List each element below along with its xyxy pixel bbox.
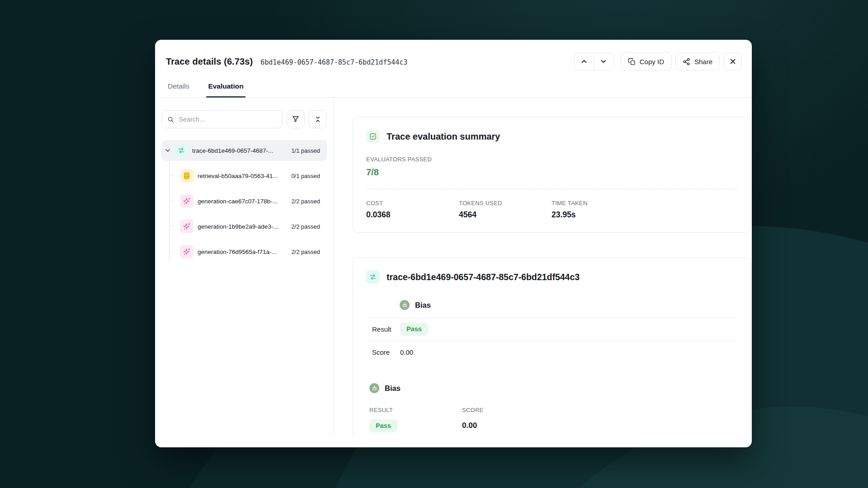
title-group: Trace details (6.73s) 6bd1e469-0657-4687… (166, 56, 407, 67)
tree-row-retrieval[interactable]: retrieval-b50aaa79-0563-41... 0/1 passed (161, 165, 327, 186)
evaluators-passed-value: 7/8 (366, 167, 737, 178)
database-icon (180, 169, 193, 183)
modal-title: Trace details (6.73s) (166, 56, 253, 67)
stat-value: 0.0368 (366, 210, 459, 220)
search-icon (167, 116, 174, 123)
modal-body: trace-6bd1e469-0657-4687-... 1/1 passed … (155, 98, 752, 435)
checkbox-check-icon (366, 130, 380, 143)
search-row (161, 110, 327, 128)
span-eval-values: Pass 0.00 (366, 419, 737, 432)
tree-row-status: 2/2 passed (291, 249, 320, 255)
close-button[interactable] (724, 52, 742, 70)
trace-nav-group (574, 52, 614, 70)
tree-row-label: generation-cae67c07-178b-... (198, 198, 278, 205)
evaluators-passed-label: EVALUATORS PASSED (366, 156, 737, 163)
trace-details-modal: Trace details (6.73s) 6bd1e469-0657-4687… (155, 40, 752, 447)
result-pass-badge: Pass (369, 419, 397, 432)
score-value: 0.00 (400, 348, 413, 356)
sparkles-icon (180, 220, 193, 233)
dashed-divider (366, 189, 737, 189)
chevron-down-icon[interactable] (164, 147, 171, 154)
stat-time: TIME TAKEN 23.95s (552, 200, 737, 220)
next-trace-button[interactable] (594, 53, 613, 70)
search-input-wrapper[interactable] (161, 110, 283, 128)
tree-row-generation-3[interactable]: generation-76d9565a-f71a-... 2/2 passed (161, 241, 327, 262)
score-column-header: SCORE (462, 407, 737, 413)
trace-id-text: 6bd1e469-0657-4687-85c7-6bd21df544c3 (260, 58, 407, 66)
robot-icon (369, 383, 379, 393)
tree-row-label: generation-1b9be2a9-ade3-... (198, 223, 278, 230)
search-input[interactable] (179, 116, 277, 123)
span-eval-column-headers: RESULT SCORE (366, 407, 737, 413)
filter-button[interactable] (287, 110, 305, 128)
observation-tree-panel: trace-6bd1e469-0657-4687-... 1/1 passed … (155, 98, 334, 435)
collapse-icon (314, 116, 321, 123)
tab-bar: Details Evaluation (155, 82, 752, 98)
tree-row-status: 0/1 passed (291, 173, 320, 179)
summary-card-header: Trace evaluation summary (366, 130, 737, 143)
stat-label: TOKENS USED (459, 200, 552, 206)
summary-stats: COST 0.0368 TOKENS USED 4564 TIME TAKEN … (366, 200, 737, 220)
evaluator-name: Bias (415, 301, 431, 310)
summary-card-title: Trace evaluation summary (387, 131, 500, 142)
trace-eval-header: Bias (400, 300, 737, 310)
stat-tokens: TOKENS USED 4564 (459, 200, 552, 220)
chevron-down-icon (599, 57, 608, 66)
modal-header: Trace details (6.73s) 6bd1e469-0657-4687… (155, 40, 752, 70)
tree-row-status: 2/2 passed (291, 198, 320, 205)
observation-tree: trace-6bd1e469-0657-4687-... 1/1 passed … (161, 140, 327, 262)
stat-value: 4564 (459, 210, 552, 220)
result-pass-badge: Pass (400, 323, 428, 336)
chevron-up-icon (580, 57, 588, 66)
sparkles-icon (180, 194, 193, 208)
trace-card-header: trace-6bd1e469-0657-4687-85c7-6bd21df544… (366, 270, 737, 284)
score-label: Score (372, 348, 400, 356)
evaluation-panel: Trace evaluation summary EVALUATORS PASS… (334, 98, 752, 435)
score-value: 0.00 (462, 421, 737, 430)
trace-icon (175, 144, 188, 157)
result-column-header: RESULT (369, 407, 462, 413)
sparkles-icon (180, 245, 193, 258)
copy-icon (628, 58, 636, 66)
trace-evaluation-summary-card: Trace evaluation summary EVALUATORS PASS… (352, 117, 751, 233)
header-actions: Copy ID Share (574, 52, 742, 70)
previous-trace-button[interactable] (575, 53, 594, 70)
span-eval-header: Bias (366, 383, 737, 393)
close-icon (729, 57, 737, 66)
copy-id-label: Copy ID (640, 58, 664, 66)
filter-icon (292, 115, 300, 123)
tab-evaluation[interactable]: Evaluation (206, 82, 245, 97)
tree-row-trace[interactable]: trace-6bd1e469-0657-4687-... 1/1 passed (161, 140, 327, 161)
robot-icon (400, 300, 410, 310)
stat-cost: COST 0.0368 (366, 200, 459, 220)
collapse-all-button[interactable] (309, 110, 327, 128)
copy-id-button[interactable]: Copy ID (621, 52, 671, 70)
tree-row-label: retrieval-b50aaa79-0563-41... (198, 173, 278, 179)
share-icon (683, 58, 690, 66)
result-label: Result (372, 325, 400, 333)
evaluator-name: Bias (385, 384, 401, 393)
tab-details[interactable]: Details (166, 82, 191, 97)
stat-label: COST (366, 200, 459, 206)
stat-label: TIME TAKEN (552, 200, 737, 206)
result-row: Result Pass (366, 318, 737, 341)
trace-card-title: trace-6bd1e469-0657-4687-85c7-6bd21df544… (387, 272, 580, 282)
score-row: Score 0.00 (366, 341, 737, 363)
share-label: Share (694, 58, 712, 66)
trace-evaluations-card: trace-6bd1e469-0657-4687-85c7-6bd21df544… (352, 257, 751, 435)
tree-row-label: trace-6bd1e469-0657-4687-... (192, 147, 273, 154)
tree-row-status: 2/2 passed (291, 223, 320, 230)
tree-row-status: 1/1 passed (291, 147, 320, 154)
share-button[interactable]: Share (675, 52, 720, 70)
trace-icon (366, 270, 380, 284)
tree-row-generation-1[interactable]: generation-cae67c07-178b-... 2/2 passed (161, 191, 327, 211)
stat-value: 23.95s (552, 210, 737, 220)
tree-row-label: generation-76d9565a-f71a-... (198, 249, 277, 255)
tree-row-generation-2[interactable]: generation-1b9be2a9-ade3-... 2/2 passed (161, 216, 327, 237)
